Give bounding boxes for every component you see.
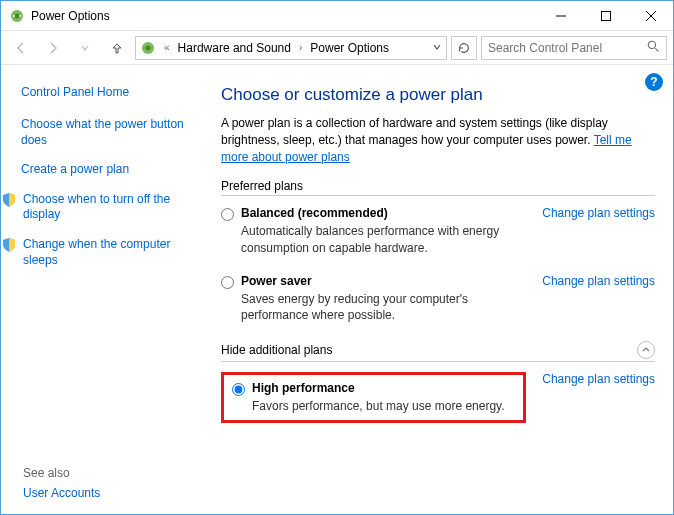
close-button[interactable]	[628, 1, 673, 30]
change-plan-settings-link[interactable]: Change plan settings	[532, 206, 655, 220]
plan-name: High performance	[252, 381, 515, 395]
sidebar-link-turn-off-display[interactable]: Choose when to turn off the display	[21, 192, 199, 223]
svg-rect-4	[601, 11, 610, 20]
svg-point-9	[648, 41, 655, 48]
window-title: Power Options	[31, 9, 538, 23]
sidebar-item-label: Create a power plan	[21, 162, 129, 178]
toolbar: « Hardware and Sound › Power Options	[1, 31, 673, 65]
forward-button[interactable]	[39, 35, 67, 61]
sidebar-item-label: Change when the computer sleeps	[23, 237, 199, 268]
hide-additional-header: Hide additional plans	[221, 341, 655, 362]
app-icon	[9, 8, 25, 24]
plan-name: Balanced (recommended)	[241, 206, 532, 220]
page-title: Choose or customize a power plan	[221, 85, 655, 105]
shield-icon	[1, 192, 17, 208]
recent-dropdown[interactable]	[71, 35, 99, 61]
content-area: ? Control Panel Home Choose what the pow…	[1, 65, 673, 514]
shield-icon	[1, 237, 17, 253]
refresh-button[interactable]	[451, 36, 477, 60]
plan-power-saver: Power saver Saves energy by reducing you…	[221, 274, 655, 323]
radio-balanced[interactable]	[221, 208, 234, 221]
sidebar-home-link[interactable]: Control Panel Home	[21, 85, 199, 99]
change-plan-settings-link[interactable]: Change plan settings	[532, 372, 655, 386]
plan-description: Automatically balances performance with …	[241, 223, 532, 255]
plan-balanced: Balanced (recommended) Automatically bal…	[221, 206, 655, 255]
address-dropdown-icon[interactable]	[432, 41, 442, 55]
maximize-button[interactable]	[583, 1, 628, 30]
page-description: A power plan is a collection of hardware…	[221, 115, 655, 165]
preferred-plans-header: Preferred plans	[221, 179, 655, 196]
up-button[interactable]	[103, 35, 131, 61]
search-box[interactable]	[481, 36, 667, 60]
titlebar: Power Options	[1, 1, 673, 31]
back-button[interactable]	[7, 35, 35, 61]
breadcrumb-level2[interactable]: Power Options	[310, 41, 389, 55]
sidebar-user-accounts-link[interactable]: User Accounts	[23, 486, 100, 500]
plan-name: Power saver	[241, 274, 532, 288]
see-also-label: See also	[23, 466, 70, 480]
plan-description: Favors performance, but may use more ene…	[252, 398, 515, 414]
sidebar-link-computer-sleeps[interactable]: Change when the computer sleeps	[21, 237, 199, 268]
window: Power Options « Hardware and Sound › Pow…	[0, 0, 674, 515]
plan-description: Saves energy by reducing your computer's…	[241, 291, 532, 323]
search-input[interactable]	[488, 41, 647, 55]
sidebar-link-create-plan[interactable]: Create a power plan	[21, 162, 199, 178]
sidebar-item-label: Choose what the power button does	[21, 117, 199, 148]
breadcrumb-level1[interactable]: Hardware and Sound	[178, 41, 291, 55]
svg-line-10	[655, 48, 658, 51]
svg-point-8	[146, 45, 151, 50]
window-buttons	[538, 1, 673, 30]
address-bar[interactable]: « Hardware and Sound › Power Options	[135, 36, 447, 60]
search-icon[interactable]	[647, 40, 660, 56]
sidebar: Control Panel Home Choose what the power…	[1, 65, 211, 514]
address-icon	[140, 40, 156, 56]
radio-high-performance[interactable]	[232, 383, 245, 396]
collapse-button[interactable]	[637, 341, 655, 359]
chevron-icon: «	[164, 42, 170, 53]
plan-high-performance: High performance Favors performance, but…	[221, 372, 655, 423]
svg-point-2	[15, 13, 20, 18]
chevron-right-icon: ›	[299, 42, 302, 53]
sidebar-item-label: Choose when to turn off the display	[23, 192, 199, 223]
radio-power-saver[interactable]	[221, 276, 234, 289]
highlight-box: High performance Favors performance, but…	[221, 372, 526, 423]
sidebar-link-power-button[interactable]: Choose what the power button does	[21, 117, 199, 148]
minimize-button[interactable]	[538, 1, 583, 30]
main-pane: Choose or customize a power plan A power…	[211, 65, 673, 514]
change-plan-settings-link[interactable]: Change plan settings	[532, 274, 655, 288]
